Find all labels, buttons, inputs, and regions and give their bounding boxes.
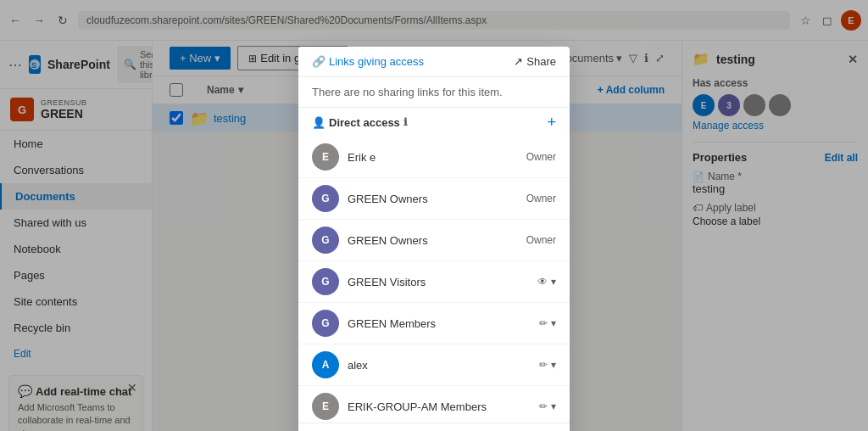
access-item-3[interactable]: G GREEN Visitors 👁 ▾ xyxy=(298,261,570,303)
links-label: Links giving access xyxy=(329,55,424,68)
access-avatar-green-owners-2: G xyxy=(312,227,339,254)
direct-access-text: Direct access xyxy=(329,116,400,129)
chevron-4[interactable]: ▾ xyxy=(551,317,556,329)
pencil-icon-4: ✏ xyxy=(539,317,548,329)
chevron-6[interactable]: ▾ xyxy=(551,400,556,412)
access-role-6: ✏ ▾ xyxy=(539,400,556,412)
access-item-0[interactable]: E Erik e Owner xyxy=(298,137,570,178)
direct-access-header: 👤 Direct access ℹ + xyxy=(298,107,570,137)
access-name-1: GREEN Owners xyxy=(348,193,518,205)
access-avatar-erik-group: E xyxy=(312,393,339,420)
pencil-icon-5: ✏ xyxy=(539,359,548,371)
chevron-3[interactable]: ▾ xyxy=(551,276,556,288)
link-icon: 🔗 xyxy=(312,55,326,68)
access-item-2[interactable]: G GREEN Owners Owner xyxy=(298,220,570,261)
pencil-icon-6: ✏ xyxy=(539,400,548,412)
access-avatar-green-owners-1: G xyxy=(312,185,339,212)
modal-top: 🔗 Links giving access ↗ Share xyxy=(298,47,570,77)
access-name-4: GREEN Members xyxy=(348,317,531,330)
access-item-4[interactable]: G GREEN Members ✏ ▾ xyxy=(298,303,570,344)
modal-footer: Advanced xyxy=(298,423,570,431)
access-avatar-alex: A xyxy=(312,351,339,378)
person-icon: 👤 xyxy=(312,116,326,129)
sharing-modal: 🔗 Links giving access ↗ Share There are … xyxy=(298,47,570,431)
share-label: Share xyxy=(526,55,556,68)
access-role-2: Owner xyxy=(526,234,556,246)
add-access-button[interactable]: + xyxy=(547,115,556,130)
access-item-5[interactable]: A alex ✏ ▾ xyxy=(298,344,570,386)
access-role-3: 👁 ▾ xyxy=(537,276,556,288)
access-name-0: Erik e xyxy=(348,151,518,164)
share-icon: ↗ xyxy=(514,55,523,68)
access-name-2: GREEN Owners xyxy=(348,234,518,247)
access-item-1[interactable]: G GREEN Owners Owner xyxy=(298,178,570,220)
access-avatar-green-members: G xyxy=(312,310,339,337)
access-name-6: ERIK-GROUP-AM Members xyxy=(348,400,531,413)
access-role-0: Owner xyxy=(526,151,556,163)
links-giving-access-button[interactable]: 🔗 Links giving access xyxy=(312,55,424,68)
access-name-5: alex xyxy=(348,359,531,372)
direct-access-info: ℹ xyxy=(403,116,408,128)
access-role-4: ✏ ▾ xyxy=(539,317,556,329)
access-role-1: Owner xyxy=(526,193,556,204)
access-role-5: ✏ ▾ xyxy=(539,359,556,371)
direct-access-label: 👤 Direct access ℹ xyxy=(312,116,408,129)
modal-scroll: 🔗 Links giving access ↗ Share There are … xyxy=(298,47,570,423)
chevron-5[interactable]: ▾ xyxy=(551,359,556,371)
access-item-6[interactable]: E ERIK-GROUP-AM Members ✏ ▾ xyxy=(298,386,570,423)
access-avatar-erik: E xyxy=(312,143,339,171)
modal-overlay: 🔗 Links giving access ↗ Share There are … xyxy=(0,0,868,431)
share-button[interactable]: ↗ Share xyxy=(514,55,556,68)
access-avatar-green-visitors: G xyxy=(312,268,339,295)
access-name-3: GREEN Visitors xyxy=(348,276,529,288)
no-sharing-text: There are no sharing links for this item… xyxy=(298,77,570,107)
eye-icon: 👁 xyxy=(537,276,548,288)
